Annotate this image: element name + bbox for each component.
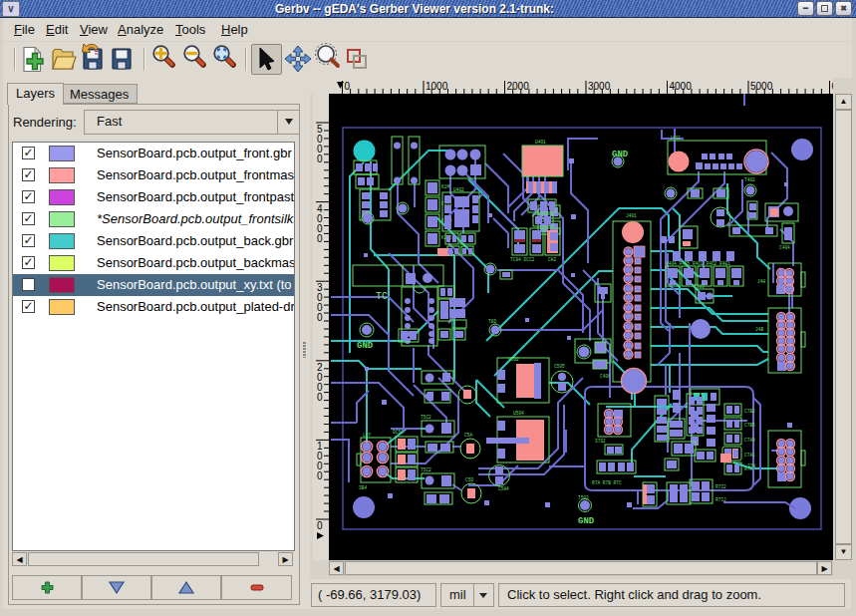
svg-text:T8D: T8D xyxy=(488,319,496,324)
svg-text:GND: GND xyxy=(357,341,374,351)
svg-text:CH2: CH2 xyxy=(548,257,556,262)
svg-text:C7A9: C7A9 xyxy=(744,438,755,443)
svg-text:3B4: 3B4 xyxy=(359,485,367,490)
svg-text:0: 0 xyxy=(317,154,323,164)
svg-text:C406: C406 xyxy=(600,374,611,379)
svg-text:U504: U504 xyxy=(513,411,524,416)
svg-text:DC54: DC54 xyxy=(393,430,404,435)
svg-text:5000: 5000 xyxy=(750,81,773,92)
svg-text:C404: C404 xyxy=(779,245,790,250)
svg-text:0: 0 xyxy=(317,312,323,323)
svg-text:R7IJ: R7IJ xyxy=(715,497,726,502)
svg-text:U401: U401 xyxy=(535,140,546,145)
svg-text:GND: GND xyxy=(578,516,595,526)
svg-text:C5H4: C5H4 xyxy=(498,486,509,491)
svg-text:0: 0 xyxy=(317,392,323,403)
svg-text:2000: 2000 xyxy=(507,81,530,92)
svg-text:K1M: K1M xyxy=(441,184,449,189)
svg-text:LUY: LUY xyxy=(363,433,371,438)
svg-text:TC: TC xyxy=(376,291,388,302)
svg-text:C7B5: C7B5 xyxy=(744,423,755,428)
svg-text:6000: 6000 xyxy=(832,81,834,92)
svg-text:3702: 3702 xyxy=(595,439,606,444)
svg-text:J401: J401 xyxy=(626,213,637,218)
svg-text:1000: 1000 xyxy=(426,81,448,92)
svg-text:J4H: J4H xyxy=(757,279,765,284)
svg-text:R7A R7B R7C: R7A R7B R7C xyxy=(592,480,622,485)
svg-text:T5C2: T5C2 xyxy=(421,467,431,472)
svg-text:C5D: C5D xyxy=(465,477,473,482)
svg-text:0: 0 xyxy=(317,233,323,244)
svg-text:J4B: J4B xyxy=(755,327,763,332)
svg-text:T402: T402 xyxy=(744,177,755,182)
svg-text:T503: T503 xyxy=(694,284,705,289)
svg-text:0: 0 xyxy=(345,81,351,92)
svg-text:C505: C505 xyxy=(554,364,565,369)
svg-text:3000: 3000 xyxy=(588,81,611,92)
svg-text:J402: J402 xyxy=(670,136,681,141)
svg-text:0: 0 xyxy=(317,470,323,481)
svg-text:T5C2: T5C2 xyxy=(421,415,431,420)
svg-text:37W: 37W xyxy=(747,463,755,468)
svg-text:R404 R4B5 R4C0 R4D2 R4E1: R404 R4B5 R4C0 R4D2 R4E1 xyxy=(666,261,730,266)
svg-text:T502: T502 xyxy=(578,495,589,500)
svg-text:C5A: C5A xyxy=(464,433,472,438)
svg-text:0: 0 xyxy=(317,520,323,531)
svg-text:U402: U402 xyxy=(453,187,464,192)
svg-text:4000: 4000 xyxy=(670,81,693,92)
svg-text:C7B2: C7B2 xyxy=(744,409,755,414)
svg-text:R7I2: R7I2 xyxy=(715,484,726,489)
svg-text:TC84 DCC2: TC84 DCC2 xyxy=(510,257,535,262)
svg-text:C7A1: C7A1 xyxy=(744,453,755,458)
